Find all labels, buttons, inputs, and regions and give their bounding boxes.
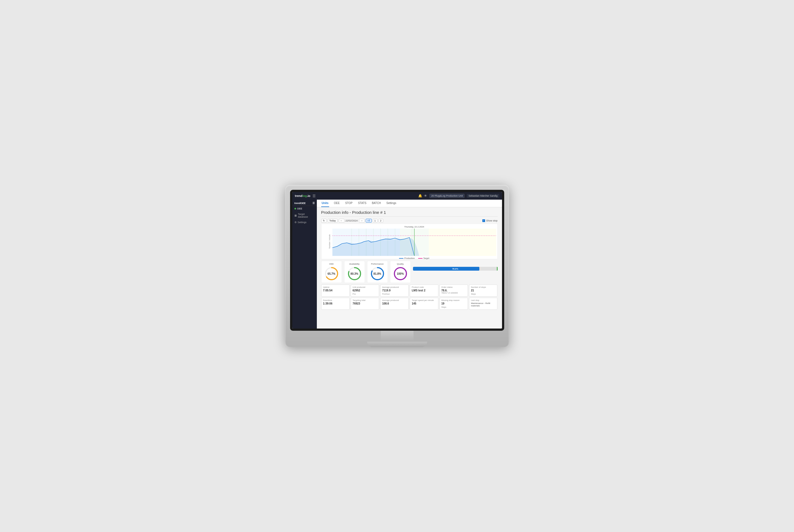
logo: trendlog.io	[295, 194, 310, 197]
stat-order-status: Order status 78.6. 780217 of 1000000	[439, 285, 468, 297]
legend-target: Target	[418, 257, 429, 260]
gauge-availability-title: Availability	[347, 263, 362, 265]
main-layout: trendOEE ☰ OEE ▦ Target database ⚙	[292, 200, 502, 328]
monitor-stand	[290, 331, 504, 347]
monitor-outer: trendlog.io ☰ 🔔 👁 20 Plug&Log Production…	[285, 185, 509, 347]
stat-unit-produced: Unit produced 62952Pcs	[351, 285, 379, 297]
tab-oee[interactable]: OEE	[334, 200, 340, 207]
legend-target-label: Target	[423, 257, 429, 260]
monitor-screen: trendlog.io ☰ 🔔 👁 20 Plug&Log Production…	[292, 192, 502, 328]
date-display: 22/02/2024	[345, 219, 358, 222]
progress-bar-label: 78.6%	[452, 268, 458, 270]
chart-svg: 200 150 100 50 0 04:00 06:00 08:00	[333, 229, 496, 256]
topbar-right: 🔔 👁 20 Plug&Log Production Unit Sebastia…	[418, 194, 499, 198]
stat-last-stop-label: Last stop	[471, 299, 495, 302]
tab-stop[interactable]: STOP	[345, 200, 353, 207]
gauge-availability: Availability 80.3%	[344, 261, 365, 283]
sidebar-header: trendOEE ☰	[292, 201, 317, 206]
stat-last-stop: Last stop Maintenance - Refill materials	[469, 298, 497, 310]
stat-targeting-total-label: Targeting total	[353, 299, 377, 302]
gauge-quality-circle: 100%	[393, 266, 408, 281]
bell-icon[interactable]: 🔔	[418, 194, 422, 198]
stat-missing-stop-reason-sub: Stops	[441, 306, 446, 308]
sidebar-item-oee[interactable]: OEE	[292, 206, 317, 211]
stat-targeting-total: Targeting total 76923	[351, 298, 379, 310]
stat-order-status-label: Order status	[441, 286, 466, 288]
next-button[interactable]: →	[359, 219, 365, 223]
tab-stats[interactable]: STATS	[358, 200, 367, 207]
table-icon: ▦	[295, 214, 297, 217]
page-title: Production info - Production line # 1	[321, 210, 498, 216]
zoom-all-button[interactable]: All	[366, 219, 372, 223]
legend-production-label: Production	[404, 257, 415, 260]
gauge-quality: Quality 100%	[390, 261, 411, 283]
zoom-2-button[interactable]: 2	[379, 219, 383, 223]
gauge-performance-value: 81.8%	[373, 272, 381, 275]
progress-bar-outer: 78.6%	[413, 267, 498, 271]
screen-bezel: trendlog.io ☰ 🔔 👁 20 Plug&Log Production…	[290, 190, 504, 331]
gauge-performance-title: Performance	[370, 263, 385, 265]
show-stop-checkbox[interactable]: ✓	[483, 219, 485, 222]
topbar: trendlog.io ☰ 🔔 👁 20 Plug&Log Production…	[292, 192, 502, 200]
sidebar-menu-icon[interactable]: ☰	[313, 202, 315, 205]
gauge-quality-title: Quality	[393, 263, 408, 265]
stat-num-stops-sub: Stops	[471, 293, 476, 295]
stat-downtime-value: 1:39:06	[323, 302, 348, 305]
gauge-oee-value: 65.7%	[327, 272, 335, 275]
sidebar-title: trendOEE	[295, 202, 306, 205]
stat-missing-stop-reason: Missing stop reason 19 Stops	[439, 298, 468, 310]
stat-target-speed-value: 145	[412, 302, 436, 305]
stat-unit-produced-sub: Pcs	[353, 293, 356, 295]
eye-icon[interactable]: 👁	[424, 194, 427, 198]
today-button[interactable]: Today	[328, 219, 338, 223]
sidebar-item-settings[interactable]: ⚙ Settings	[292, 220, 317, 225]
gauge-availability-circle: 80.3%	[347, 266, 362, 281]
show-stop[interactable]: ✓ Show stop	[483, 219, 497, 222]
refresh-button[interactable]: ↻	[321, 219, 327, 223]
topbar-left: trendlog.io ☰	[295, 194, 316, 198]
stat-avg-produced-1-sub: Pcs/hour	[382, 293, 390, 295]
stat-uptime-value: 7:05:54	[323, 289, 348, 292]
stat-missing-stop-reason-value: 19	[441, 302, 466, 305]
gauge-oee: OEE 65.7%	[321, 261, 342, 283]
stat-target-speed-label: Target speed per minute	[412, 299, 436, 302]
zoom-1-button[interactable]: 1	[373, 219, 377, 223]
subnav: Units OEE STOP STATS BATCH Settings	[317, 200, 502, 207]
stat-product-code-label: Product code	[412, 286, 436, 288]
stat-downtime: Downtime 1:39:06	[321, 298, 349, 310]
stat-avg-produced-1: Average produced 7119.9 Pcs/hour	[380, 285, 409, 297]
stat-order-status-sub: 780217 of 1000000	[441, 292, 466, 294]
page-content: Production info - Production line # 1 ↻ …	[317, 207, 502, 328]
stand-neck	[381, 331, 414, 342]
gauge-oee-title: OEE	[324, 263, 339, 265]
sidebar-settings-label: Settings	[298, 221, 307, 224]
factory-unit-button[interactable]: 20 Plug&Log Production Unit	[429, 194, 465, 198]
stat-avg-produced-2-value: 108.6	[382, 302, 407, 305]
tab-batch[interactable]: BATCH	[371, 200, 381, 207]
tab-settings[interactable]: Settings	[386, 200, 397, 207]
stat-product-code: Product code LMS test 2	[410, 285, 438, 297]
gauge-availability-value: 80.3%	[351, 272, 358, 275]
sidebar-target-label: Target database	[298, 213, 315, 218]
app-container: trendlog.io ☰ 🔔 👁 20 Plug&Log Production…	[292, 192, 502, 328]
stat-uptime-label: Uptime	[323, 286, 348, 288]
svg-rect-2	[429, 229, 496, 256]
gear-icon: ⚙	[295, 221, 297, 224]
stat-product-code-value: LMS test 2	[412, 289, 436, 292]
tab-units[interactable]: Units	[321, 200, 329, 207]
sidebar-oee-label: OEE	[297, 207, 302, 210]
sidebar: trendOEE ☰ OEE ▦ Target database ⚙	[292, 200, 317, 328]
chart-controls: ↻ Today ← 22/02/2024 → All 1 2	[321, 219, 498, 223]
chart-y-label: Number / minute	[328, 234, 330, 248]
sidebar-item-target-database[interactable]: ▦ Target database	[292, 211, 317, 220]
stat-downtime-label: Downtime	[323, 299, 348, 302]
stats-row-2: Downtime 1:39:06 Targeting total 76923 A…	[321, 298, 498, 310]
chart-container: Thursday, 22.2.2024 Number / minute	[321, 224, 498, 259]
stat-num-stops-label: Number of stops	[471, 286, 495, 288]
prev-button[interactable]: ←	[339, 219, 344, 223]
legend-production: Production	[399, 257, 415, 260]
chart-legend: Production Target	[333, 257, 496, 260]
stat-avg-produced-1-label: Average produced	[382, 286, 407, 288]
stat-uptime: Uptime 7:05:54	[321, 285, 349, 297]
menu-icon[interactable]: ☰	[313, 194, 316, 198]
